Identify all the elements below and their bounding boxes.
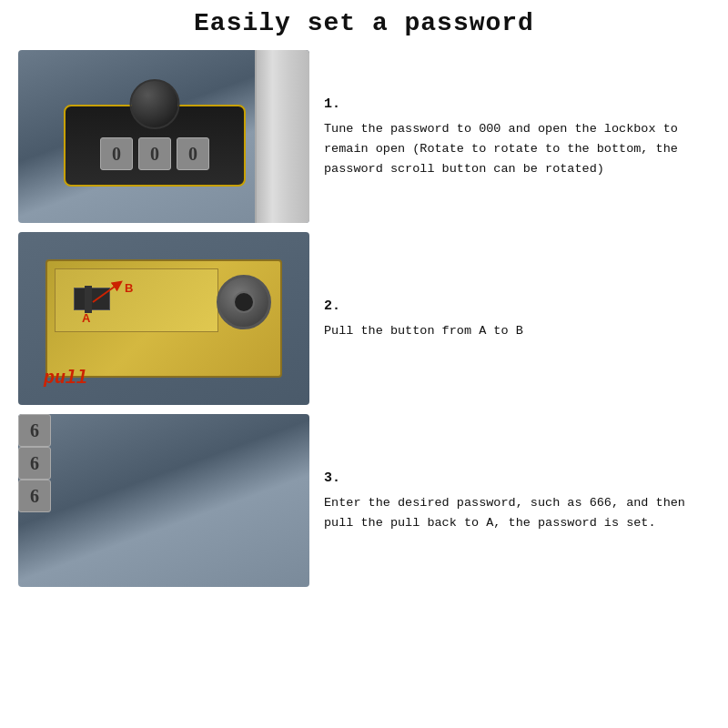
- step-3-number: 3.: [324, 468, 710, 490]
- step-1-text: 1. Tune the password to 000 and open the…: [324, 94, 710, 180]
- mechanism-inner: [55, 268, 218, 332]
- step-3-text: 3. Enter the desired password, such as 6…: [324, 468, 710, 534]
- steps-container: 0 0 0 1. Tune the password to 000 and op…: [18, 50, 710, 587]
- step-2-text: 2. Pull the button from A to B: [324, 296, 710, 341]
- pull-label: pull: [44, 368, 87, 389]
- side-stripe: [255, 50, 309, 223]
- label-a: A: [82, 311, 90, 325]
- lock-panel-3: 6 6 6: [18, 414, 309, 512]
- step-2-number: 2.: [324, 296, 710, 318]
- step-1-row: 0 0 0 1. Tune the password to 000 and op…: [18, 50, 710, 223]
- dial-row-3: 6 6 6: [18, 414, 309, 512]
- step-1-number: 1.: [324, 94, 710, 116]
- step-2-image: A B pull: [18, 232, 309, 405]
- dial-3-1: 6: [18, 414, 51, 447]
- step-3-description: Enter the desired password, such as 666,…: [324, 493, 710, 534]
- dial-1: 0: [100, 137, 133, 170]
- dial-3-3: 6: [18, 480, 51, 512]
- dial-3: 0: [177, 137, 209, 170]
- lock-panel: 0 0 0: [64, 105, 246, 187]
- step-1-description: Tune the password to 000 and open the lo…: [324, 119, 710, 180]
- mechanism-box: A B: [46, 259, 282, 378]
- step-1-image: 0 0 0: [18, 50, 309, 223]
- dial-row: 0 0 0: [100, 137, 209, 170]
- page-container: Easily set a password 0 0 0 1. Tune the …: [0, 0, 728, 728]
- dial-2: 0: [138, 137, 171, 170]
- arrow-ab: [88, 279, 125, 307]
- step-2-row: A B pull 2. Pull the button from A to B: [18, 232, 710, 405]
- step-2-description: Pull the button from A to B: [324, 321, 710, 341]
- mech-cylinder: [217, 275, 271, 329]
- svg-line-0: [93, 284, 118, 302]
- label-b: B: [125, 281, 133, 295]
- knob: [130, 79, 180, 129]
- dial-3-2: 6: [18, 447, 51, 480]
- step-3-image: 6 6 6: [18, 414, 309, 587]
- page-title: Easily set a password: [194, 9, 534, 37]
- step-3-row: 6 6 6 3. Enter the desired password, suc…: [18, 414, 710, 587]
